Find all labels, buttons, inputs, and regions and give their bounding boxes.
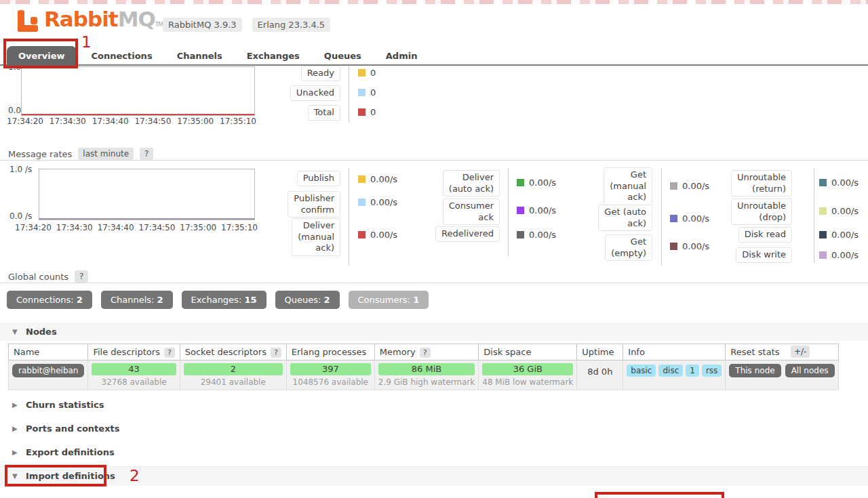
col-reset-stats: Reset stats bbox=[726, 344, 838, 360]
rates-chart-ymax: 1.0 /s bbox=[9, 165, 32, 174]
nodes-table-header-row: Name File descriptors? Socket descriptor… bbox=[9, 344, 839, 360]
rate-publish-value: 0.00/s bbox=[358, 174, 397, 184]
tab-exchanges[interactable]: Exchanges bbox=[247, 46, 300, 66]
rate-get-empty-label[interactable]: Get (empty) bbox=[605, 234, 652, 261]
rate-disk-write-label[interactable]: Disk write bbox=[736, 247, 792, 263]
rate-deliver-manual-label[interactable]: Deliver (manual ack) bbox=[292, 218, 340, 256]
get-auto-swatch bbox=[670, 215, 677, 222]
rate-unroutable-drop-label[interactable]: Unroutable (drop) bbox=[731, 199, 792, 225]
fd-help-icon[interactable]: ? bbox=[164, 348, 175, 358]
channels-count-label: Channels: bbox=[111, 295, 157, 305]
global-counts-rule bbox=[0, 283, 868, 283]
rates-divider-2 bbox=[508, 168, 509, 256]
reset-all-nodes-button[interactable]: All nodes bbox=[785, 364, 835, 377]
wordmark-mq: MQ bbox=[118, 7, 155, 31]
rates-divider-3 bbox=[661, 168, 662, 266]
message-rates-title: Message rates bbox=[8, 149, 72, 159]
section-ports-and-contexts[interactable]: ▶ Ports and contexts bbox=[12, 423, 119, 434]
legend-ready-label[interactable]: Ready bbox=[301, 66, 340, 81]
xtick: 17:34:20 bbox=[15, 223, 52, 232]
section-export-definitions[interactable]: ▶ Export definitions bbox=[12, 447, 115, 457]
xtick: 17:35:10 bbox=[220, 117, 256, 126]
nodes-section-header[interactable]: ▼ Nodes bbox=[12, 327, 57, 337]
consumers-count-button[interactable]: Consumers: 1 bbox=[349, 291, 429, 309]
annotation-label-1: 1 bbox=[81, 34, 92, 50]
consumer-ack-swatch bbox=[517, 207, 524, 214]
redelivered-swatch bbox=[517, 231, 524, 238]
col-erlang-processes: Erlang processes bbox=[286, 344, 374, 360]
rabbitmq-overview-page: RabbitMQTM RabbitMQ 3.9.3 Erlang 23.3.4.… bbox=[0, 0, 868, 498]
queues-count-button[interactable]: Queues: 2 bbox=[275, 291, 340, 309]
publish-swatch bbox=[358, 175, 366, 183]
reset-this-node-button[interactable]: This node bbox=[729, 364, 781, 377]
rate-deliver-auto-label[interactable]: Deliver (auto ack) bbox=[443, 170, 500, 196]
rate-disk-read-label[interactable]: Disk read bbox=[738, 227, 792, 243]
tab-connections[interactable]: Connections bbox=[92, 46, 153, 66]
tab-channels[interactable]: Channels bbox=[177, 46, 222, 66]
section-churn-statistics[interactable]: ▶ Churn statistics bbox=[12, 400, 104, 410]
ready-swatch bbox=[358, 69, 366, 77]
deliver-auto-rate: 0.00/s bbox=[529, 178, 556, 188]
deliver-manual-rate: 0.00/s bbox=[370, 230, 397, 240]
sd-help-icon[interactable]: ? bbox=[271, 348, 281, 358]
queued-chart-ymin: 0.0 bbox=[8, 106, 21, 115]
publish-rate: 0.00/s bbox=[370, 174, 397, 184]
rate-redelivered-value: 0.00/s bbox=[517, 230, 556, 240]
col-reset-label: Reset stats bbox=[730, 347, 779, 357]
message-rates-help-icon[interactable]: ? bbox=[140, 148, 153, 160]
queued-messages-chart bbox=[21, 66, 255, 116]
connections-count-button[interactable]: Connections: 2 bbox=[7, 291, 92, 309]
rate-redelivered-label[interactable]: Redelivered bbox=[435, 226, 500, 242]
xtick: 17:34:30 bbox=[50, 117, 86, 126]
rates-divider-4 bbox=[814, 168, 814, 263]
connections-count-value: 2 bbox=[77, 295, 83, 305]
xtick: 17:35:00 bbox=[180, 223, 216, 232]
rate-publish-label[interactable]: Publish bbox=[297, 171, 340, 186]
rate-mode-badge[interactable]: last minute bbox=[78, 148, 134, 160]
queued-chart-total-line bbox=[22, 114, 254, 115]
chevron-right-icon: ▶ bbox=[12, 401, 20, 409]
xtick: 17:34:50 bbox=[138, 223, 175, 232]
rate-publisher-confirm-label[interactable]: Publisher confirm bbox=[288, 191, 340, 217]
column-toggle-badge[interactable]: +/- bbox=[791, 346, 810, 358]
col-proc-label: Erlang processes bbox=[292, 347, 367, 357]
rate-get-auto-label[interactable]: Get (auto ack) bbox=[598, 205, 652, 231]
churn-statistics-title: Churn statistics bbox=[26, 400, 104, 410]
legend-unacked-label[interactable]: Unacked bbox=[290, 85, 340, 101]
node-uptime-cell: 8d 0h bbox=[577, 360, 623, 390]
global-counts-help-icon[interactable]: ? bbox=[75, 270, 88, 283]
tab-admin[interactable]: Admin bbox=[386, 46, 418, 66]
rates-chart-xticks: 17:34:20 17:34:30 17:34:40 17:34:50 17:3… bbox=[15, 223, 258, 232]
col-uptime-label: Uptime bbox=[582, 347, 614, 357]
redelivered-rate: 0.00/s bbox=[529, 230, 556, 240]
channels-count-button[interactable]: Channels: 2 bbox=[101, 291, 173, 309]
rate-unroutable-drop-value: 0.00/s bbox=[819, 206, 859, 216]
xtick: 17:34:40 bbox=[98, 223, 134, 232]
rate-get-empty-value: 0.00/s bbox=[670, 241, 709, 251]
col-memory: Memory? bbox=[374, 344, 478, 360]
col-name: Name bbox=[9, 344, 88, 360]
get-empty-rate: 0.00/s bbox=[682, 241, 709, 251]
get-auto-rate: 0.00/s bbox=[682, 213, 709, 224]
message-rates-heading: Message rates last minute ? bbox=[8, 148, 153, 160]
get-manual-rate: 0.00/s bbox=[682, 181, 709, 191]
exchanges-count-value: 15 bbox=[244, 295, 256, 305]
memory-help-icon[interactable]: ? bbox=[420, 348, 431, 358]
ready-count: 0 bbox=[370, 68, 376, 78]
disk-watermark: 48 MiB low watermark bbox=[482, 377, 573, 387]
exchanges-count-button[interactable]: Exchanges: 15 bbox=[182, 291, 267, 309]
node-disk-cell: 36 GiB 48 MiB low watermark bbox=[479, 360, 577, 390]
node-name-badge[interactable]: rabbit@heiban bbox=[12, 364, 84, 377]
erlang-version-badge: Erlang 23.3.4.5 bbox=[252, 18, 331, 32]
rate-consumer-ack-label[interactable]: Consumer ack bbox=[443, 199, 500, 225]
node-row: rabbit@heiban 43 32768 available 2 29401… bbox=[9, 360, 839, 390]
rate-get-manual-label[interactable]: Get (manual ack) bbox=[604, 167, 652, 205]
legend-total-label[interactable]: Total bbox=[308, 105, 340, 121]
node-info-cell: basic disc 1 rss bbox=[623, 360, 726, 390]
tab-queues[interactable]: Queues bbox=[324, 46, 361, 66]
unroutable-drop-rate: 0.00/s bbox=[831, 206, 859, 216]
exchanges-count-label: Exchanges: bbox=[191, 295, 245, 305]
info-badge-1: 1 bbox=[686, 365, 699, 377]
xtick: 17:34:30 bbox=[56, 223, 93, 232]
rate-unroutable-return-label[interactable]: Unroutable (return) bbox=[731, 170, 792, 196]
